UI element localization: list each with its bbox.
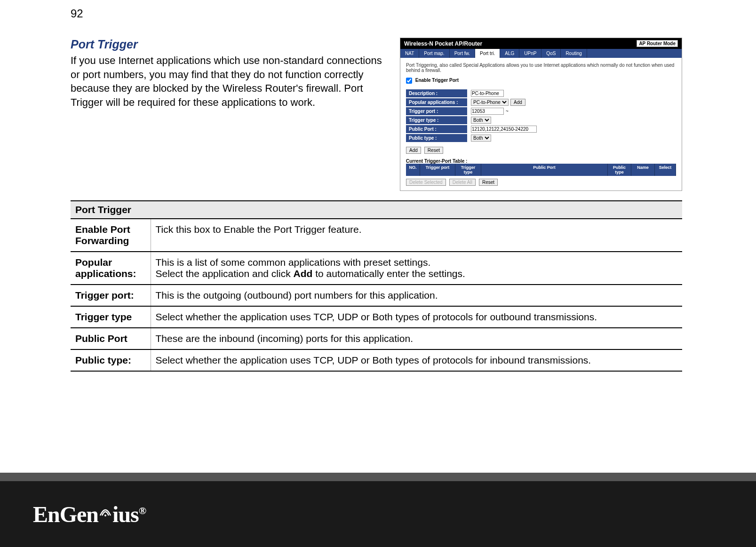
th-trigger-type: Trigger type bbox=[455, 164, 481, 176]
brand-text-ius: ius bbox=[112, 502, 139, 527]
row-key: Public Port bbox=[71, 328, 151, 349]
tab-qos[interactable]: QoS bbox=[541, 49, 561, 58]
reset-table-button[interactable]: Reset bbox=[479, 179, 498, 186]
enable-trigger-checkbox[interactable] bbox=[406, 78, 412, 84]
description-input[interactable] bbox=[471, 90, 504, 97]
router-tabs: NAT Port map. Port fw. Port tri. ALG UPn… bbox=[400, 49, 682, 58]
enable-trigger-label: Enable Trigger Port bbox=[415, 78, 459, 83]
brand-reg: ® bbox=[139, 505, 146, 516]
content-area: Port Trigger If you use Internet applica… bbox=[71, 38, 682, 372]
page-number: 92 bbox=[71, 7, 83, 20]
row-key: Popular applications: bbox=[71, 252, 151, 285]
popular-label: Popular applications : bbox=[406, 98, 467, 106]
router-intro: Port Triggering, also called Special App… bbox=[406, 63, 676, 73]
row-val: This is the outgoing (outbound) port num… bbox=[151, 285, 682, 306]
table-row: Public Port These are the inbound (incom… bbox=[71, 328, 682, 349]
reset-button[interactable]: Reset bbox=[424, 147, 443, 154]
svg-point-0 bbox=[104, 515, 106, 516]
th-trigger-port: Trigger port bbox=[420, 164, 455, 176]
trigger-port-label: Trigger port : bbox=[406, 107, 467, 115]
desc-table-header: Port Trigger bbox=[71, 201, 682, 219]
router-header: Wireless-N Pocket AP/Router AP Router Mo… bbox=[400, 38, 682, 49]
row-val: Select whether the application uses TCP,… bbox=[151, 306, 682, 328]
popular-select[interactable]: PC-to-Phone bbox=[471, 99, 509, 106]
public-type-select[interactable]: Both bbox=[471, 135, 491, 142]
brand-logo: EnGenius® bbox=[33, 501, 146, 527]
row-key: Trigger type bbox=[71, 306, 151, 328]
intro-column: Port Trigger If you use Internet applica… bbox=[71, 38, 386, 191]
th-name: Name bbox=[631, 164, 655, 176]
row-val: This is a list of some common applicatio… bbox=[151, 252, 682, 285]
public-port-label: Public Port : bbox=[406, 125, 467, 133]
add-button[interactable]: Add bbox=[406, 147, 421, 154]
enable-trigger-row: Enable Trigger Port bbox=[406, 78, 676, 84]
row-val: Select whether the application uses TCP,… bbox=[151, 349, 682, 371]
tab-nat[interactable]: NAT bbox=[400, 49, 419, 58]
tab-porttri[interactable]: Port tri. bbox=[475, 49, 500, 58]
trigger-type-select[interactable]: Both bbox=[471, 117, 491, 124]
brand-text-en: EnGen bbox=[33, 502, 98, 527]
th-no: NO. bbox=[406, 164, 420, 176]
footer: EnGenius® bbox=[0, 481, 756, 547]
tab-upnp[interactable]: UPnP bbox=[519, 49, 541, 58]
trigger-type-label: Trigger type : bbox=[406, 116, 467, 124]
row-key: Trigger port: bbox=[71, 285, 151, 306]
tab-portmap[interactable]: Port map. bbox=[419, 49, 449, 58]
table-row: Public type: Select whether the applicat… bbox=[71, 349, 682, 371]
delete-selected-button[interactable]: Delete Selected bbox=[406, 179, 446, 186]
row-key: Enable Port Forwarding bbox=[71, 219, 151, 252]
router-mode-select[interactable]: AP Router Mode bbox=[637, 40, 678, 47]
table-row: Enable Port Forwarding Tick this box to … bbox=[71, 219, 682, 252]
public-type-label: Public type : bbox=[406, 134, 467, 142]
th-public-port: Public Port bbox=[481, 164, 608, 176]
section-body: If you use Internet applications which u… bbox=[71, 54, 386, 110]
description-table: Port Trigger Enable Port Forwarding Tick… bbox=[71, 200, 682, 372]
wifi-icon bbox=[98, 497, 112, 523]
th-public-type: Public type bbox=[608, 164, 631, 176]
row-key: Public type: bbox=[71, 349, 151, 371]
popular-add-button[interactable]: Add bbox=[510, 99, 525, 106]
router-title: Wireless-N Pocket AP/Router bbox=[404, 40, 482, 47]
description-label: Description : bbox=[406, 89, 467, 97]
delete-all-button[interactable]: Delete All bbox=[449, 179, 476, 186]
trigger-port-input[interactable] bbox=[471, 108, 504, 115]
tilde: ~ bbox=[506, 109, 509, 114]
trigger-table-header: NO. Trigger port Trigger type Public Por… bbox=[406, 164, 676, 176]
row-val: These are the inbound (incoming) ports f… bbox=[151, 328, 682, 349]
public-port-input[interactable] bbox=[471, 126, 537, 133]
tab-routing[interactable]: Routing bbox=[561, 49, 587, 58]
section-title: Port Trigger bbox=[71, 38, 386, 51]
th-select: Select bbox=[655, 164, 676, 176]
table-row: Popular applications: This is a list of … bbox=[71, 252, 682, 285]
footer-divider bbox=[0, 473, 756, 481]
router-screenshot: Wireless-N Pocket AP/Router AP Router Mo… bbox=[400, 38, 682, 191]
table-row: Trigger type Select whether the applicat… bbox=[71, 306, 682, 328]
tab-portfw[interactable]: Port fw. bbox=[450, 49, 475, 58]
row-val: Tick this box to Enable the Port Trigger… bbox=[151, 219, 682, 252]
trigger-table-title: Current Trigger-Port Table : bbox=[406, 159, 676, 164]
tab-alg[interactable]: ALG bbox=[500, 49, 519, 58]
table-row: Trigger port: This is the outgoing (outb… bbox=[71, 285, 682, 306]
